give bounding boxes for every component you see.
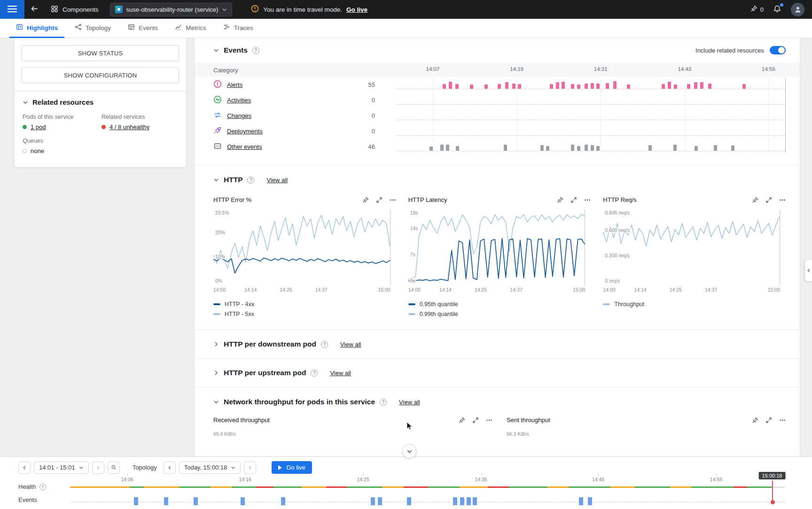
events-row-deployments: Deployments 0 [195, 123, 800, 139]
time-range-dropdown[interactable]: 14:01 - 15:01 [34, 462, 89, 474]
more-options-icon[interactable] [779, 417, 786, 424]
tab-label: Traces [234, 24, 253, 31]
related-resources-card: Related resources Pods of this service 1… [14, 91, 187, 168]
health-help-icon[interactable]: ? [39, 484, 46, 490]
tab-events[interactable]: Events [121, 19, 164, 38]
components-grid-icon [51, 5, 58, 14]
service-tab[interactable]: suse-observability-router (service) [110, 3, 233, 16]
received-throughput-panel: Received throughput 65.4 KiB/s [213, 416, 492, 451]
metrics-chart-icon [175, 23, 182, 32]
avatar[interactable] [791, 3, 804, 16]
pin-icon [750, 5, 757, 14]
http-error-chart: 29.5%20%10%0%14:0014:1414:2514:3715:00 [213, 210, 390, 293]
http-downstream-title: HTTP per downstream pod [224, 340, 316, 348]
range-next-button[interactable] [92, 462, 104, 474]
time-next-button[interactable] [244, 462, 256, 474]
go-live-button[interactable]: Go live [272, 461, 312, 474]
right-panel-expander[interactable] [804, 259, 812, 282]
pin-icon[interactable] [557, 197, 563, 203]
deployments-sparkline [397, 123, 785, 139]
more-options-icon[interactable] [779, 197, 786, 203]
http-section-title: HTTP [224, 176, 242, 184]
green-status-dot [23, 125, 27, 129]
events-help-icon[interactable]: ? [252, 47, 259, 54]
back-button[interactable] [24, 0, 44, 19]
chevron-right-icon[interactable] [213, 370, 219, 376]
events-section-title: Events [224, 46, 248, 54]
timeline-cursor-dot[interactable] [771, 500, 775, 504]
tab-label: Events [139, 24, 158, 31]
service-tab-label: suse-observability-router (service) [126, 6, 219, 13]
events-timeline[interactable] [70, 494, 785, 506]
activities-link[interactable]: Activities [227, 97, 251, 104]
pinned-views[interactable]: 0 [750, 5, 764, 14]
http-latency-chart-title: HTTP Latency [408, 196, 447, 203]
timeline-cursor-line[interactable] [772, 480, 773, 502]
time-prev-button[interactable] [164, 462, 176, 474]
received-throughput-title: Received throughput [213, 416, 270, 424]
http-downstream-help-icon[interactable]: ? [321, 341, 328, 348]
changes-link[interactable]: Changes [227, 112, 251, 119]
expand-icon[interactable] [472, 417, 479, 424]
deployments-link[interactable]: Deployments [227, 128, 263, 135]
time-travel-banner: You are in time travel mode. Go live [251, 5, 367, 14]
topology-time-dropdown[interactable]: Today, 15:00:18 [179, 462, 241, 474]
received-y-label: 65.4 KiB/s [213, 431, 236, 437]
more-options-icon[interactable] [584, 197, 591, 203]
http-view-all-link[interactable]: View all [266, 177, 288, 184]
tab-highlights[interactable]: Highlights [9, 19, 64, 38]
alerts-link[interactable]: Alerts [227, 81, 242, 88]
related-services-link[interactable]: 4 / 8 unhealthy [109, 123, 149, 131]
http-error-legend: HTTP - 4xxHTTP - 5xx [213, 301, 396, 317]
time-travel-text: You are in time travel mode. [263, 6, 342, 13]
tab-traces[interactable]: Traces [217, 19, 260, 38]
range-prev-button[interactable] [18, 462, 31, 474]
changes-sparkline [397, 108, 785, 123]
notifications[interactable] [773, 5, 781, 15]
network-section-collapse-icon[interactable] [213, 399, 219, 405]
changes-count: 0 [372, 112, 375, 119]
events-section-collapse-icon[interactable] [213, 47, 219, 53]
hamburger-menu-button[interactable] [0, 0, 24, 19]
pin-icon[interactable] [459, 417, 465, 424]
expand-icon[interactable] [765, 197, 772, 203]
http-upstream-view-all[interactable]: View all [330, 370, 351, 377]
http-downstream-view-all[interactable]: View all [340, 341, 361, 348]
health-timeline[interactable] [70, 486, 772, 488]
more-options-icon[interactable] [486, 417, 492, 424]
expand-icon[interactable] [570, 197, 577, 203]
include-related-toggle[interactable] [770, 46, 786, 54]
chevron-right-icon[interactable] [213, 341, 219, 347]
pin-icon[interactable] [362, 197, 369, 203]
go-live-link[interactable]: Go live [346, 6, 367, 13]
pin-icon[interactable] [752, 417, 758, 424]
tab-metrics[interactable]: Metrics [168, 19, 213, 38]
related-resources-collapse-icon[interactable] [23, 100, 28, 105]
expand-icon[interactable] [376, 197, 383, 203]
more-options-icon[interactable] [390, 197, 396, 203]
http-help-icon[interactable]: ? [247, 177, 254, 184]
show-status-button[interactable]: SHOW STATUS [22, 45, 179, 61]
pods-link[interactable]: 1 pod [31, 123, 46, 131]
play-icon [278, 465, 282, 470]
zoom-out-button[interactable] [108, 462, 120, 474]
other-events-link[interactable]: Other events [227, 143, 262, 150]
network-view-all[interactable]: View all [399, 399, 420, 406]
expand-icon[interactable] [765, 417, 772, 424]
events-row-activities: Activities 0 [195, 93, 800, 108]
timeline-cursor-label: 15:00:18 [759, 472, 786, 479]
components-nav[interactable]: Components [44, 5, 105, 14]
network-help-icon[interactable]: ? [380, 399, 387, 406]
timeline-collapse-button[interactable] [402, 444, 416, 458]
topology-icon [75, 23, 82, 32]
events-row-label: Events [18, 496, 37, 503]
http-upstream-help-icon[interactable]: ? [311, 370, 318, 377]
traces-icon [223, 23, 230, 32]
pin-icon[interactable] [752, 197, 758, 203]
http-section-collapse-icon[interactable] [213, 177, 219, 183]
chevron-down-icon[interactable] [222, 7, 227, 12]
related-services-label: Related services [102, 114, 178, 120]
tab-topology[interactable]: Topology [68, 19, 117, 38]
show-configuration-button[interactable]: SHOW CONFIGURATION [22, 67, 179, 83]
http-error-chart-title: HTTP Error % [213, 196, 251, 203]
